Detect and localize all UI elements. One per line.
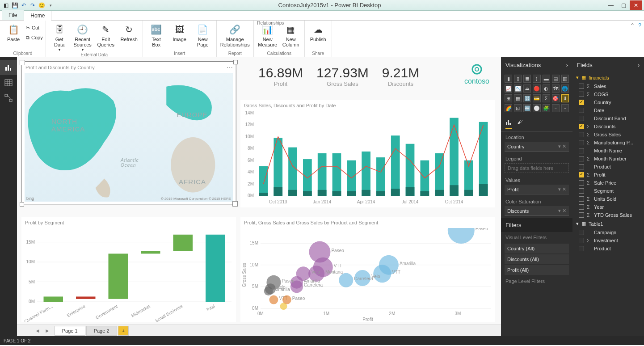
kpi-card[interactable]: 16.89MProfit [258, 65, 303, 87]
viz-type-button[interactable]: 📉 [514, 84, 522, 93]
resize-handle[interactable] [233, 60, 238, 64]
viz-type-button[interactable]: ⛰ [523, 84, 531, 93]
report-view-button[interactable] [0, 60, 17, 75]
kpi-card[interactable]: 127.93MGross Sales [316, 65, 369, 87]
add-page-button[interactable]: + [118, 326, 129, 336]
viz-type-button[interactable]: 🔢 [523, 94, 531, 102]
legend-well[interactable]: Drag data fields here [505, 163, 569, 173]
viz-type-button[interactable]: 🌈 [505, 104, 512, 112]
new-measure-button[interactable]: 📊New Measure [257, 21, 278, 47]
checkbox[interactable] [579, 180, 584, 186]
filter-item[interactable]: Discounts (All) [505, 254, 569, 264]
next-page-icon[interactable]: ► [45, 328, 50, 334]
copy-button[interactable]: ⧉Copy [26, 33, 43, 42]
refresh-button[interactable]: ↻Refresh [118, 21, 140, 42]
close-button[interactable]: ✕ [630, 0, 642, 10]
checkbox[interactable] [579, 116, 584, 121]
checkbox[interactable] [579, 230, 584, 235]
model-view-button[interactable] [0, 90, 17, 105]
redo-icon[interactable]: ↷ [29, 1, 37, 9]
kpi-card[interactable]: 9.21MDiscounts [382, 65, 419, 87]
new-page-button[interactable]: 📄New Page [192, 21, 214, 47]
tab-home[interactable]: Home [24, 11, 51, 21]
checkbox[interactable] [579, 140, 584, 145]
viz-type-button[interactable]: ⊞ [505, 94, 512, 102]
collapse-icon[interactable]: › [638, 62, 640, 68]
field-item[interactable]: Campaign [572, 228, 644, 236]
map-area[interactable]: NORTH AMERICA EUROPE AFRICA Atlantic Oce… [25, 73, 233, 202]
prev-page-icon[interactable]: ◄ [35, 328, 40, 334]
paste-button[interactable]: 📋 Paste [3, 21, 24, 42]
report-canvas[interactable]: Profit and Discounts by Country ⋯ NORTH … [17, 57, 501, 336]
field-item[interactable]: ΣSale Price [572, 179, 644, 187]
smile-icon[interactable]: 🙂 [38, 1, 46, 9]
checkbox[interactable] [579, 196, 584, 202]
values-well[interactable]: Profit▾ ✕ [505, 185, 569, 194]
field-item[interactable]: ΣYear [572, 203, 644, 211]
viz-type-button[interactable]: ▬ [543, 75, 550, 83]
viz-type-button[interactable]: 🗺 [552, 84, 560, 93]
minimize-button[interactable]: — [605, 0, 617, 10]
checkbox[interactable] [579, 84, 584, 89]
checkbox[interactable] [579, 92, 584, 97]
field-item[interactable]: Discount Band [572, 114, 644, 122]
recent-sources-button[interactable]: 🕘Recent Sources▾ [72, 21, 93, 52]
viz-type-button[interactable]: ▦ [514, 94, 522, 102]
location-well[interactable]: Country▾ ✕ [505, 142, 569, 152]
table-header[interactable]: ▾▦Table1 [572, 219, 644, 228]
viz-type-button[interactable]: 🔤 [523, 104, 531, 112]
textbox-button[interactable]: 🔤Text Box [146, 21, 167, 47]
field-item[interactable]: Segment [572, 187, 644, 195]
map-visual[interactable]: Profit and Discounts by Country ⋯ NORTH … [21, 62, 236, 205]
page-tab-2[interactable]: Page 2 [86, 326, 117, 336]
filter-item[interactable]: Country (All) [505, 244, 569, 253]
checkbox[interactable] [579, 124, 584, 129]
viz-type-button[interactable]: 🎯 [552, 94, 560, 102]
format-tab-icon[interactable]: 🖌 [517, 119, 522, 129]
tab-file[interactable]: File [2, 10, 24, 20]
image-button[interactable]: 🖼Image [169, 21, 190, 42]
tile-menu-icon[interactable]: ⋯ [227, 64, 233, 71]
checkbox[interactable] [579, 246, 584, 251]
filter-item[interactable]: Profit (All) [505, 265, 569, 275]
undo-icon[interactable]: ↶ [20, 1, 28, 9]
viz-type-button[interactable]: Σ [543, 94, 550, 102]
viz-type-button[interactable]: 🔴 [533, 84, 540, 93]
viz-type-button[interactable]: 🧩 [543, 104, 550, 112]
segment-visual[interactable]: Profit by Segment 0M5M10M15MChannel Part… [21, 217, 236, 322]
checkbox[interactable] [579, 238, 584, 243]
viz-type-button[interactable]: ▫ [561, 104, 569, 112]
resize-handle[interactable] [20, 202, 24, 207]
scatter-visual[interactable]: Profit, Gross Sales and Gross Sales by P… [240, 217, 495, 322]
field-item[interactable]: Month Name [572, 147, 644, 155]
checkbox[interactable] [579, 148, 584, 153]
checkbox[interactable] [579, 204, 584, 210]
viz-type-button[interactable]: ⚪ [533, 104, 540, 112]
edit-queries-button[interactable]: ✎Edit Queries [95, 21, 117, 47]
app-icon[interactable]: ◧ [2, 1, 10, 9]
help-icon[interactable]: ? [638, 22, 641, 29]
field-item[interactable]: ΣCOGS [572, 90, 644, 98]
viz-type-button[interactable]: ▥ [561, 75, 569, 83]
viz-type-button[interactable]: ◐ [543, 84, 550, 93]
viz-type-button[interactable]: 🌐 [561, 84, 569, 93]
checkbox[interactable] [579, 212, 584, 218]
checkbox[interactable] [579, 156, 584, 161]
data-view-button[interactable] [0, 75, 17, 90]
collapse-ribbon-icon[interactable]: ⌃ [630, 22, 635, 29]
viz-type-button[interactable]: ≣ [523, 75, 531, 83]
linebar-visual[interactable]: Gross Sales, Discounts and Profit by Dat… [240, 100, 495, 207]
checkbox[interactable] [579, 188, 584, 194]
field-item[interactable]: ΣDiscounts [572, 122, 644, 131]
field-item[interactable]: Country [572, 98, 644, 106]
field-item[interactable]: ΣProfit [572, 171, 644, 179]
viz-type-button[interactable]: 📈 [505, 84, 512, 93]
viz-type-button[interactable]: ▯ [514, 75, 522, 83]
maximize-button[interactable]: ▢ [617, 0, 630, 10]
viz-type-button[interactable]: ⬇ [561, 94, 569, 102]
field-item[interactable]: Date [572, 106, 644, 114]
qat-dropdown-icon[interactable]: ▾ [46, 1, 55, 9]
viz-type-button[interactable]: ▫ [552, 104, 560, 112]
table-header[interactable]: ▾▦financials [572, 73, 644, 82]
field-item[interactable]: ΣMonth Number [572, 155, 644, 163]
